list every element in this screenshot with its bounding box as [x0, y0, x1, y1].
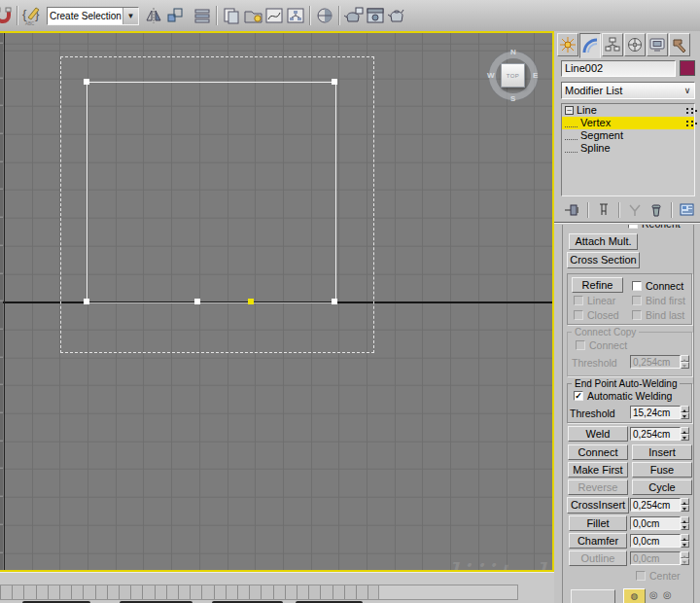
align-icon[interactable] — [164, 5, 186, 26]
tab-display[interactable] — [647, 33, 668, 56]
render-setup-icon[interactable] — [343, 5, 365, 26]
curve-editor-icon[interactable] — [263, 5, 285, 26]
svg-text:{: { — [22, 7, 27, 21]
boolean-union-icon[interactable]: ◍ — [623, 588, 646, 603]
fillet-spinner[interactable] — [681, 516, 689, 530]
geometry-rollout: Reorient Attach Mult. Cross Section Refi… — [554, 225, 700, 603]
compass-east[interactable]: E — [533, 71, 538, 80]
folder-lightbulb-icon[interactable] — [242, 5, 263, 26]
chamfer-button[interactable]: Chamfer — [569, 533, 627, 549]
cross-insert-field[interactable]: 0,254cm — [630, 498, 681, 512]
attach-mult-button[interactable]: Attach Mult. — [569, 233, 638, 250]
connect-copy-threshold-field[interactable]: 0,254cm — [630, 355, 681, 369]
layer-manager-icon[interactable] — [192, 5, 213, 26]
line-spline-shape[interactable] — [87, 82, 336, 303]
material-editor-icon[interactable] — [314, 5, 335, 26]
group-title: End Point Auto-Welding — [572, 378, 680, 389]
outline-spinner[interactable] — [681, 551, 689, 565]
selected-vertex-marker[interactable] — [248, 299, 254, 304]
object-name-field[interactable]: Line002 — [561, 60, 676, 77]
threshold-spinner[interactable] — [681, 406, 689, 419]
chamfer-field[interactable]: 0,0cm — [630, 534, 681, 548]
render-production-icon[interactable] — [386, 5, 407, 26]
cycle-button[interactable]: Cycle — [632, 479, 692, 495]
connect-button[interactable]: Connect — [568, 444, 628, 460]
tab-hierarchy[interactable] — [602, 33, 623, 56]
reorient-checkbox-clipped[interactable]: Reorient — [628, 225, 688, 231]
selection-set-dropdown[interactable]: Create Selection Se ▼ — [47, 7, 139, 25]
rendered-frame-window-icon[interactable] — [365, 5, 386, 26]
stack-item-vertex[interactable]: Vertex — [562, 117, 694, 129]
show-end-result-icon[interactable] — [593, 199, 614, 221]
weld-spinner[interactable] — [681, 427, 689, 441]
rollout-border-left — [562, 225, 563, 603]
cross-insert-spinner[interactable] — [681, 498, 689, 512]
schematic-view-icon[interactable] — [285, 5, 306, 26]
checkbox-box[interactable] — [632, 281, 642, 291]
object-color-swatch[interactable] — [680, 60, 695, 76]
connect-copy-checkbox[interactable]: Connect — [576, 339, 627, 351]
chevron-down-icon[interactable]: ▼ — [122, 8, 138, 24]
threshold-spinner[interactable] — [681, 355, 689, 369]
stack-item-spline[interactable]: Spline — [562, 142, 694, 155]
top-viewport[interactable]: N E S W TOP www.dijitalde — [0, 31, 554, 572]
make-unique-icon[interactable] — [624, 199, 646, 221]
compass-south[interactable]: S — [510, 94, 515, 103]
auto-weld-threshold-field[interactable]: 15,24cm — [630, 406, 681, 419]
connect-checkbox[interactable]: Connect — [632, 280, 683, 292]
cross-section-button[interactable]: Cross Section — [567, 252, 640, 268]
mirror-icon[interactable] — [143, 5, 164, 26]
boolean-subtract-icon[interactable]: ◎ — [649, 589, 658, 600]
fillet-field[interactable]: 0,0cm — [630, 516, 681, 530]
closed-checkbox[interactable]: Closed — [574, 309, 619, 321]
insert-button[interactable]: Insert — [632, 444, 692, 460]
stack-item-segment[interactable]: Segment — [562, 129, 694, 142]
time-track-ruler[interactable] — [0, 585, 378, 600]
weld-button[interactable]: Weld — [568, 426, 628, 442]
compass-west[interactable]: W — [487, 71, 495, 80]
chamfer-spinner[interactable] — [681, 534, 689, 548]
snap-magnet-icon[interactable] — [0, 5, 14, 26]
vertex-marker[interactable] — [194, 299, 200, 304]
compass-north[interactable]: N — [510, 48, 516, 56]
vertex-marker[interactable] — [332, 79, 337, 85]
bind-last-checkbox[interactable]: Bind last — [632, 309, 684, 321]
linear-checkbox[interactable]: Linear — [574, 295, 615, 306]
configure-modifier-sets-icon[interactable] — [677, 199, 698, 221]
collapse-icon[interactable]: – — [565, 106, 574, 115]
tab-modify[interactable] — [579, 33, 601, 58]
bind-first-checkbox[interactable]: Bind first — [632, 295, 685, 306]
boolean-button-clipped[interactable] — [571, 589, 615, 603]
center-checkbox[interactable]: Center — [636, 570, 681, 582]
fuse-button[interactable]: Fuse — [632, 462, 692, 478]
modifier-list-dropdown[interactable]: Modifier List ∨ — [561, 82, 695, 99]
tab-create[interactable] — [557, 33, 578, 56]
fillet-button[interactable]: Fillet — [569, 515, 627, 531]
reorient-checkbox[interactable]: Reorient — [628, 225, 681, 230]
weld-threshold-field[interactable]: 0,254cm — [630, 427, 681, 441]
pin-stack-icon[interactable] — [562, 199, 583, 221]
scene-sheets-icon[interactable] — [221, 5, 242, 26]
viewcube[interactable]: N E S W TOP — [488, 51, 539, 101]
automatic-welding-checkbox[interactable]: Automatic Welding — [574, 390, 672, 402]
refine-button[interactable]: Refine — [572, 277, 623, 293]
viewcube-top-face[interactable]: TOP — [501, 63, 525, 88]
stack-item-line[interactable]: – Line — [562, 104, 694, 117]
cross-insert-button[interactable]: CrossInsert — [567, 497, 629, 514]
reverse-button[interactable]: Reverse — [568, 479, 628, 495]
vertex-marker[interactable] — [332, 299, 337, 304]
tab-utilities[interactable] — [669, 33, 690, 56]
remove-modifier-icon[interactable] — [646, 199, 667, 221]
checkbox-box[interactable] — [628, 225, 638, 229]
outline-button[interactable]: Outline — [569, 550, 627, 566]
boolean-intersect-icon[interactable]: ◎ — [663, 589, 672, 600]
checkbox-label: Connect — [589, 339, 627, 351]
outline-field[interactable]: 0,0cm — [630, 551, 681, 565]
checkbox-box[interactable] — [574, 391, 583, 401]
make-first-button[interactable]: Make First — [568, 462, 628, 478]
vertex-marker[interactable] — [84, 299, 89, 304]
stack-toolbar — [562, 200, 694, 220]
named-selection-sets-icon[interactable]: {}ABC — [21, 5, 43, 26]
vertex-marker[interactable] — [84, 79, 89, 85]
tab-motion[interactable] — [624, 33, 646, 56]
